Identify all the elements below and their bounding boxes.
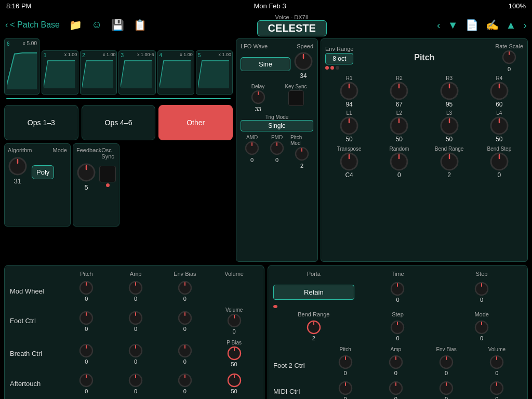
- svg-marker-3: [121, 61, 152, 88]
- fc-volume-knob[interactable]: [227, 313, 242, 328]
- l2-knob[interactable]: [389, 116, 409, 136]
- osc-sync-dot: [106, 183, 110, 187]
- f2-amp-knob[interactable]: [388, 354, 404, 370]
- random-value: 0: [397, 171, 401, 179]
- bend-step-label: Bend Step: [487, 146, 512, 152]
- op6-graph[interactable]: 6 x 5.00: [4, 38, 39, 95]
- ops-4-6-button[interactable]: Ops 4–6: [82, 105, 156, 140]
- pmd-value: 0: [275, 157, 278, 163]
- mw-envbias-knob[interactable]: [177, 280, 193, 296]
- lfo-speed-knob[interactable]: 34: [294, 51, 313, 79]
- amd-group: AMD 0: [241, 135, 263, 169]
- l1-knob[interactable]: [339, 116, 359, 136]
- l3-knob[interactable]: [440, 116, 459, 136]
- r4-knob[interactable]: [489, 81, 509, 101]
- op5-graph[interactable]: 5 x 1.00: [196, 50, 233, 95]
- pitch-mod-knob[interactable]: 2: [294, 146, 310, 169]
- mc-envbias-knob[interactable]: [438, 380, 454, 396]
- face-icon[interactable]: ☺: [91, 19, 102, 31]
- fc-envbias-knob[interactable]: [177, 310, 193, 326]
- bend-mode-label: Mode: [441, 311, 522, 317]
- at-envbias-knob[interactable]: [177, 373, 193, 388]
- mode-button[interactable]: Poly: [32, 165, 54, 179]
- foot-ctrl-label: Foot Ctrl: [10, 317, 62, 325]
- f2-amp-header: Amp: [370, 347, 421, 352]
- lfo-wave-button[interactable]: Sine: [241, 57, 290, 71]
- r2-knob[interactable]: [389, 81, 409, 101]
- top-nav: ‹ < Patch Base 📁 ☺ 💾 📋 Voice - DX7II CEL…: [0, 11, 532, 38]
- fc-amp-knob[interactable]: [128, 310, 143, 326]
- bc-pitch-knob[interactable]: [78, 343, 94, 358]
- lfo-delay-knob[interactable]: 33: [250, 89, 266, 112]
- hand-icon[interactable]: ✍: [486, 19, 499, 31]
- f2-pitch-knob[interactable]: [338, 354, 353, 370]
- amd-knob[interactable]: 0: [244, 140, 260, 163]
- pitch-dot-2: [330, 66, 334, 70]
- r2-value: 67: [396, 101, 403, 108]
- svg-marker-4: [159, 61, 191, 88]
- mw-amp-knob[interactable]: [128, 280, 143, 296]
- folder-icon[interactable]: 📁: [69, 19, 82, 31]
- other-button[interactable]: Other: [158, 105, 233, 140]
- l-row: L1 50 L2 50 L3 50 L4 50: [325, 110, 523, 143]
- f2-envbias-knob[interactable]: [438, 354, 454, 370]
- r1-knob[interactable]: [339, 81, 359, 101]
- feedback-knob[interactable]: 5: [76, 163, 96, 191]
- op2-graph[interactable]: 2 x 1.00: [80, 50, 117, 95]
- l2-value: 50: [396, 136, 403, 143]
- bend-mode-knob[interactable]: [474, 320, 489, 335]
- op3-graph[interactable]: 3 x 1.00-6: [118, 50, 155, 95]
- foot2-ctrl-label: Foot 2 Ctrl: [273, 362, 320, 369]
- bc-amp-value: 0: [134, 358, 137, 365]
- trig-mode-button[interactable]: Single: [241, 120, 313, 131]
- op1-graph[interactable]: 1 x 1.00: [42, 50, 78, 95]
- lfo-panel: LFO Wave Speed Sine 34 Delay: [236, 38, 318, 262]
- l4-knob[interactable]: [489, 116, 509, 136]
- share-icon[interactable]: 📋: [134, 19, 147, 31]
- bend-range-sub-knob[interactable]: [306, 320, 322, 335]
- upload-icon[interactable]: ▲: [506, 19, 516, 31]
- back-button[interactable]: ‹ < Patch Base: [5, 20, 60, 30]
- l1-value: 50: [345, 136, 352, 143]
- ops-1-3-button[interactable]: Ops 1–3: [4, 105, 78, 140]
- mc-volume-knob[interactable]: [489, 380, 504, 396]
- mw-pitch-knob[interactable]: [78, 280, 94, 296]
- rate-scale-knob[interactable]: 0: [495, 49, 523, 72]
- at-amp-knob[interactable]: [128, 373, 143, 388]
- bc-amp-knob[interactable]: [128, 343, 143, 358]
- r3-knob[interactable]: [440, 81, 459, 101]
- porta-time-knob[interactable]: [390, 281, 405, 297]
- retain-button[interactable]: Retain: [273, 285, 354, 300]
- random-knob[interactable]: [389, 152, 409, 171]
- bend-step-sub-knob[interactable]: [390, 320, 405, 335]
- nav-icons: 📁 ☺ 💾 📋: [69, 19, 147, 31]
- operator-panel: 6 x 5.00 1 x 1.00 2 x 1.00: [4, 38, 233, 262]
- nav-left-arrow[interactable]: ‹: [437, 19, 441, 31]
- porta-step-knob[interactable]: [474, 281, 489, 297]
- amd-label: AMD: [246, 135, 258, 140]
- bc-envbias-knob[interactable]: [177, 343, 193, 358]
- mc-pitch-knob[interactable]: [338, 380, 353, 396]
- bc-pbias-knob[interactable]: [227, 345, 242, 361]
- at-pitch-knob[interactable]: [78, 373, 94, 388]
- f2-volume-knob[interactable]: [489, 354, 504, 370]
- lfo-keysync-box[interactable]: [288, 90, 304, 106]
- fc-pitch-knob[interactable]: [78, 310, 94, 326]
- page-icon[interactable]: 📄: [466, 19, 478, 31]
- porta-step-label: Step: [441, 271, 522, 277]
- at-pbias-knob[interactable]: [227, 373, 242, 388]
- download-icon[interactable]: ▼: [448, 19, 458, 31]
- env-range-button[interactable]: 8 oct: [325, 53, 353, 64]
- osc-sync-box[interactable]: [99, 166, 116, 182]
- save-icon[interactable]: 💾: [111, 19, 124, 31]
- bend-range-knob[interactable]: [440, 152, 459, 171]
- mc-amp-knob[interactable]: [388, 380, 404, 396]
- mc-volume-value: 0: [495, 396, 498, 399]
- transpose-knob[interactable]: [339, 152, 359, 171]
- nav-right-arrow[interactable]: ›: [523, 19, 527, 31]
- patch-name[interactable]: CELESTE: [257, 20, 327, 36]
- algorithm-knob[interactable]: 31: [8, 156, 28, 185]
- pmd-knob[interactable]: 0: [269, 140, 285, 163]
- op4-graph[interactable]: 4 x 1.00: [157, 50, 194, 95]
- bend-step-knob[interactable]: [489, 152, 509, 171]
